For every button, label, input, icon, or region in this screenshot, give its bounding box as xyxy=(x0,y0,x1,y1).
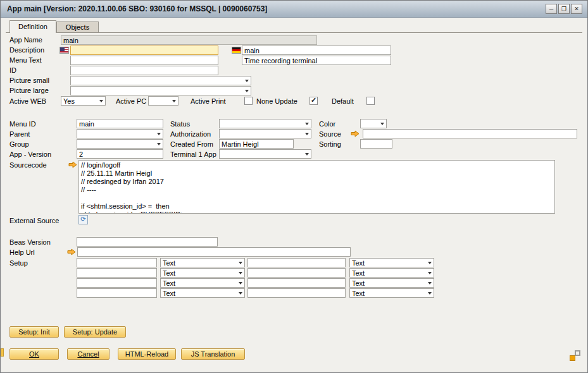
js-translation-label: JS Translation xyxy=(191,350,235,358)
maximize-button[interactable]: ❐ xyxy=(558,4,570,14)
setup-row3-type2-value: Text xyxy=(352,279,365,287)
tab-objects-label: Objects xyxy=(66,23,89,31)
setup-row3-type2-select[interactable]: Text xyxy=(349,278,434,288)
setup-row4-type1-select[interactable]: Text xyxy=(160,288,245,298)
sourcecode-textarea[interactable]: // login/logoff // 25.11.11 Martin Heigl… xyxy=(78,160,555,214)
setup-row1-type1-select[interactable]: Text xyxy=(160,258,245,267)
chevron-down-icon xyxy=(99,100,103,102)
external-source-icon[interactable]: ⟳ xyxy=(78,215,88,224)
app-version-field[interactable] xyxy=(77,149,163,159)
sorting-label: Sorting xyxy=(319,140,341,148)
setup-update-button[interactable]: Setup: Update xyxy=(64,326,126,338)
sorting-field[interactable] xyxy=(360,139,392,149)
app-name-field[interactable] xyxy=(61,35,317,45)
parent-label: Parent xyxy=(9,130,30,138)
chevron-down-icon xyxy=(239,282,242,284)
close-button[interactable]: ✕ xyxy=(571,4,582,14)
setup-row4-type1-value: Text xyxy=(163,290,175,297)
created-from-field[interactable] xyxy=(219,139,294,149)
link-arrow-icon[interactable] xyxy=(351,130,360,137)
setup-row3-value2-field[interactable] xyxy=(247,278,346,288)
title-bar[interactable]: App main [Version: 2020.11.00.06 SBO: 93… xyxy=(1,1,587,18)
chevron-down-icon xyxy=(305,153,309,156)
chevron-down-icon xyxy=(428,292,432,295)
setup-row1-value2-field[interactable] xyxy=(247,258,346,267)
setup-row2-value1-field[interactable] xyxy=(77,268,157,278)
setup-row4-value2-field[interactable] xyxy=(247,288,346,298)
chevron-down-icon xyxy=(245,80,249,82)
chevron-down-icon xyxy=(239,272,242,274)
chevron-down-icon xyxy=(157,133,161,135)
authorization-label: Authorization xyxy=(170,130,211,138)
authorization-select[interactable] xyxy=(219,129,311,138)
menu-id-field[interactable] xyxy=(77,119,163,128)
group-select[interactable] xyxy=(77,139,163,149)
created-from-label: Created From xyxy=(170,140,213,148)
active-pc-select[interactable] xyxy=(148,96,178,106)
link-arrow-icon[interactable] xyxy=(67,248,76,255)
minimize-icon: ─ xyxy=(549,6,553,12)
default-checkbox[interactable] xyxy=(366,97,375,105)
setup-row2-type2-select[interactable]: Text xyxy=(349,268,434,278)
setup-row4-type2-value: Text xyxy=(352,290,365,297)
status-label: Status xyxy=(170,120,190,128)
setup-row2-type2-value: Text xyxy=(352,269,365,277)
menu-text-de-field[interactable] xyxy=(242,56,391,65)
setup-row3-type1-value: Text xyxy=(163,279,175,287)
chevron-down-icon xyxy=(239,262,242,264)
active-print-checkbox[interactable] xyxy=(244,97,253,105)
html-reload-button[interactable]: HTML-Reload xyxy=(118,348,176,360)
default-label: Default xyxy=(332,97,354,105)
source-field[interactable] xyxy=(363,129,577,138)
setup-row1-value1-field[interactable] xyxy=(77,258,157,267)
setup-row4-type2-select[interactable]: Text xyxy=(349,288,434,298)
description-de-field[interactable] xyxy=(242,46,391,55)
menu-text-label: Menu Text xyxy=(9,56,42,64)
minimize-button[interactable]: ─ xyxy=(546,4,557,14)
cancel-button[interactable]: Cancel xyxy=(67,348,109,360)
setup-row2-type1-select[interactable]: Text xyxy=(160,268,245,278)
setup-row2-type1-value: Text xyxy=(163,269,175,277)
sourcecode-label: Sourcecode xyxy=(9,161,47,169)
id-field[interactable] xyxy=(70,66,218,75)
ok-label: OK xyxy=(29,350,39,358)
chevron-down-icon xyxy=(172,100,176,102)
chevron-down-icon xyxy=(239,292,242,295)
group-label: Group xyxy=(9,140,29,148)
none-update-checkbox[interactable]: ✓ xyxy=(310,97,318,105)
beas-version-field[interactable] xyxy=(77,237,218,247)
setup-row2-value2-field[interactable] xyxy=(247,268,346,278)
color-select[interactable] xyxy=(360,119,387,128)
setup-row1-type1-value: Text xyxy=(163,259,175,267)
help-url-field[interactable] xyxy=(77,247,351,257)
app-version-label: App - Version xyxy=(9,150,51,158)
setup-row3-value1-field[interactable] xyxy=(77,278,157,288)
description-en-field[interactable] xyxy=(70,46,218,55)
maximize-icon: ❐ xyxy=(561,6,566,12)
color-label: Color xyxy=(319,120,335,128)
setup-row1-type2-select[interactable]: Text xyxy=(349,258,434,267)
resize-grip-icon[interactable] xyxy=(570,350,580,361)
setup-row3-type1-select[interactable]: Text xyxy=(160,278,245,288)
chevron-down-icon xyxy=(380,123,384,125)
parent-select[interactable] xyxy=(77,129,163,138)
setup-init-button[interactable]: Setup: Init xyxy=(9,326,59,338)
external-source-label: External Source xyxy=(9,217,59,224)
active-pc-label: Active PC xyxy=(116,97,146,105)
ok-button[interactable]: OK xyxy=(9,348,59,360)
tab-definition[interactable]: Definition xyxy=(9,20,56,33)
tab-objects[interactable]: Objects xyxy=(56,21,99,32)
active-web-select[interactable]: Yes xyxy=(61,96,106,106)
status-select[interactable] xyxy=(219,119,311,128)
picture-small-select[interactable] xyxy=(70,76,251,85)
js-translation-button[interactable]: JS Translation xyxy=(181,348,245,360)
app-name-label: App Name xyxy=(9,36,42,44)
setup-row4-value1-field[interactable] xyxy=(77,288,157,298)
active-web-value: Yes xyxy=(63,97,75,105)
tab-divider xyxy=(6,32,582,33)
terminal1-app-select[interactable] xyxy=(219,149,311,159)
picture-large-select[interactable] xyxy=(70,86,251,95)
menu-text-en-field[interactable] xyxy=(70,56,218,65)
setup-init-label: Setup: Init xyxy=(18,328,50,336)
link-arrow-icon[interactable] xyxy=(68,161,77,168)
